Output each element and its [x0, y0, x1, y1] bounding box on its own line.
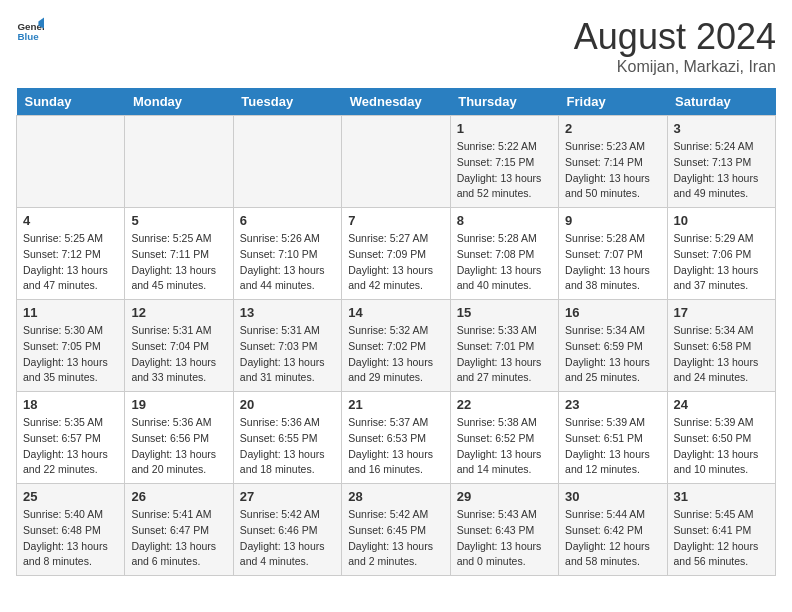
day-info: Sunrise: 5:41 AM Sunset: 6:47 PM Dayligh…	[131, 507, 226, 570]
day-info: Sunrise: 5:42 AM Sunset: 6:45 PM Dayligh…	[348, 507, 443, 570]
calendar-cell: 31 Sunrise: 5:45 AM Sunset: 6:41 PM Dayl…	[667, 484, 775, 576]
calendar-cell: 21 Sunrise: 5:37 AM Sunset: 6:53 PM Dayl…	[342, 392, 450, 484]
day-number: 12	[131, 305, 226, 320]
day-number: 15	[457, 305, 552, 320]
day-number: 18	[23, 397, 118, 412]
day-info: Sunrise: 5:32 AM Sunset: 7:02 PM Dayligh…	[348, 323, 443, 386]
day-info: Sunrise: 5:42 AM Sunset: 6:46 PM Dayligh…	[240, 507, 335, 570]
day-info: Sunrise: 5:39 AM Sunset: 6:51 PM Dayligh…	[565, 415, 660, 478]
day-header-saturday: Saturday	[667, 88, 775, 116]
calendar-header-row: SundayMondayTuesdayWednesdayThursdayFrid…	[17, 88, 776, 116]
day-info: Sunrise: 5:28 AM Sunset: 7:07 PM Dayligh…	[565, 231, 660, 294]
calendar-cell: 18 Sunrise: 5:35 AM Sunset: 6:57 PM Dayl…	[17, 392, 125, 484]
day-info: Sunrise: 5:45 AM Sunset: 6:41 PM Dayligh…	[674, 507, 769, 570]
day-info: Sunrise: 5:44 AM Sunset: 6:42 PM Dayligh…	[565, 507, 660, 570]
calendar-cell: 10 Sunrise: 5:29 AM Sunset: 7:06 PM Dayl…	[667, 208, 775, 300]
day-info: Sunrise: 5:39 AM Sunset: 6:50 PM Dayligh…	[674, 415, 769, 478]
day-info: Sunrise: 5:43 AM Sunset: 6:43 PM Dayligh…	[457, 507, 552, 570]
calendar-cell: 4 Sunrise: 5:25 AM Sunset: 7:12 PM Dayli…	[17, 208, 125, 300]
calendar-cell	[342, 116, 450, 208]
calendar-cell: 14 Sunrise: 5:32 AM Sunset: 7:02 PM Dayl…	[342, 300, 450, 392]
day-info: Sunrise: 5:34 AM Sunset: 6:58 PM Dayligh…	[674, 323, 769, 386]
day-number: 6	[240, 213, 335, 228]
day-number: 10	[674, 213, 769, 228]
day-number: 21	[348, 397, 443, 412]
day-info: Sunrise: 5:31 AM Sunset: 7:03 PM Dayligh…	[240, 323, 335, 386]
day-number: 22	[457, 397, 552, 412]
day-header-monday: Monday	[125, 88, 233, 116]
calendar-cell: 13 Sunrise: 5:31 AM Sunset: 7:03 PM Dayl…	[233, 300, 341, 392]
calendar-cell: 3 Sunrise: 5:24 AM Sunset: 7:13 PM Dayli…	[667, 116, 775, 208]
calendar-table: SundayMondayTuesdayWednesdayThursdayFrid…	[16, 88, 776, 576]
day-number: 1	[457, 121, 552, 136]
calendar-cell: 22 Sunrise: 5:38 AM Sunset: 6:52 PM Dayl…	[450, 392, 558, 484]
day-number: 28	[348, 489, 443, 504]
calendar-cell: 1 Sunrise: 5:22 AM Sunset: 7:15 PM Dayli…	[450, 116, 558, 208]
calendar-week-row: 18 Sunrise: 5:35 AM Sunset: 6:57 PM Dayl…	[17, 392, 776, 484]
day-info: Sunrise: 5:27 AM Sunset: 7:09 PM Dayligh…	[348, 231, 443, 294]
calendar-title: August 2024	[574, 16, 776, 58]
calendar-cell: 29 Sunrise: 5:43 AM Sunset: 6:43 PM Dayl…	[450, 484, 558, 576]
day-info: Sunrise: 5:35 AM Sunset: 6:57 PM Dayligh…	[23, 415, 118, 478]
logo: General Blue	[16, 16, 44, 44]
calendar-cell: 23 Sunrise: 5:39 AM Sunset: 6:51 PM Dayl…	[559, 392, 667, 484]
calendar-cell: 20 Sunrise: 5:36 AM Sunset: 6:55 PM Dayl…	[233, 392, 341, 484]
calendar-cell: 25 Sunrise: 5:40 AM Sunset: 6:48 PM Dayl…	[17, 484, 125, 576]
day-number: 3	[674, 121, 769, 136]
day-info: Sunrise: 5:26 AM Sunset: 7:10 PM Dayligh…	[240, 231, 335, 294]
day-number: 2	[565, 121, 660, 136]
day-info: Sunrise: 5:34 AM Sunset: 6:59 PM Dayligh…	[565, 323, 660, 386]
logo-icon: General Blue	[16, 16, 44, 44]
day-number: 30	[565, 489, 660, 504]
calendar-cell	[233, 116, 341, 208]
calendar-cell: 17 Sunrise: 5:34 AM Sunset: 6:58 PM Dayl…	[667, 300, 775, 392]
day-number: 16	[565, 305, 660, 320]
day-number: 13	[240, 305, 335, 320]
day-number: 8	[457, 213, 552, 228]
calendar-week-row: 4 Sunrise: 5:25 AM Sunset: 7:12 PM Dayli…	[17, 208, 776, 300]
calendar-cell	[17, 116, 125, 208]
day-info: Sunrise: 5:36 AM Sunset: 6:55 PM Dayligh…	[240, 415, 335, 478]
day-info: Sunrise: 5:25 AM Sunset: 7:11 PM Dayligh…	[131, 231, 226, 294]
day-number: 7	[348, 213, 443, 228]
calendar-cell: 11 Sunrise: 5:30 AM Sunset: 7:05 PM Dayl…	[17, 300, 125, 392]
calendar-subtitle: Komijan, Markazi, Iran	[574, 58, 776, 76]
calendar-cell: 28 Sunrise: 5:42 AM Sunset: 6:45 PM Dayl…	[342, 484, 450, 576]
svg-text:Blue: Blue	[17, 31, 39, 42]
day-info: Sunrise: 5:24 AM Sunset: 7:13 PM Dayligh…	[674, 139, 769, 202]
day-info: Sunrise: 5:29 AM Sunset: 7:06 PM Dayligh…	[674, 231, 769, 294]
calendar-cell: 7 Sunrise: 5:27 AM Sunset: 7:09 PM Dayli…	[342, 208, 450, 300]
calendar-cell: 9 Sunrise: 5:28 AM Sunset: 7:07 PM Dayli…	[559, 208, 667, 300]
day-info: Sunrise: 5:22 AM Sunset: 7:15 PM Dayligh…	[457, 139, 552, 202]
calendar-week-row: 11 Sunrise: 5:30 AM Sunset: 7:05 PM Dayl…	[17, 300, 776, 392]
calendar-week-row: 1 Sunrise: 5:22 AM Sunset: 7:15 PM Dayli…	[17, 116, 776, 208]
day-number: 5	[131, 213, 226, 228]
calendar-cell: 12 Sunrise: 5:31 AM Sunset: 7:04 PM Dayl…	[125, 300, 233, 392]
day-info: Sunrise: 5:40 AM Sunset: 6:48 PM Dayligh…	[23, 507, 118, 570]
day-number: 23	[565, 397, 660, 412]
day-number: 31	[674, 489, 769, 504]
calendar-cell: 16 Sunrise: 5:34 AM Sunset: 6:59 PM Dayl…	[559, 300, 667, 392]
calendar-cell: 8 Sunrise: 5:28 AM Sunset: 7:08 PM Dayli…	[450, 208, 558, 300]
day-number: 24	[674, 397, 769, 412]
calendar-cell: 5 Sunrise: 5:25 AM Sunset: 7:11 PM Dayli…	[125, 208, 233, 300]
calendar-cell: 19 Sunrise: 5:36 AM Sunset: 6:56 PM Dayl…	[125, 392, 233, 484]
calendar-cell: 6 Sunrise: 5:26 AM Sunset: 7:10 PM Dayli…	[233, 208, 341, 300]
day-number: 27	[240, 489, 335, 504]
calendar-cell: 30 Sunrise: 5:44 AM Sunset: 6:42 PM Dayl…	[559, 484, 667, 576]
day-header-friday: Friday	[559, 88, 667, 116]
day-header-thursday: Thursday	[450, 88, 558, 116]
day-info: Sunrise: 5:31 AM Sunset: 7:04 PM Dayligh…	[131, 323, 226, 386]
day-info: Sunrise: 5:38 AM Sunset: 6:52 PM Dayligh…	[457, 415, 552, 478]
day-number: 25	[23, 489, 118, 504]
day-info: Sunrise: 5:30 AM Sunset: 7:05 PM Dayligh…	[23, 323, 118, 386]
day-number: 19	[131, 397, 226, 412]
calendar-cell: 26 Sunrise: 5:41 AM Sunset: 6:47 PM Dayl…	[125, 484, 233, 576]
calendar-cell: 27 Sunrise: 5:42 AM Sunset: 6:46 PM Dayl…	[233, 484, 341, 576]
day-number: 14	[348, 305, 443, 320]
day-info: Sunrise: 5:28 AM Sunset: 7:08 PM Dayligh…	[457, 231, 552, 294]
page-header: General Blue August 2024 Komijan, Markaz…	[16, 16, 776, 76]
day-number: 20	[240, 397, 335, 412]
calendar-cell	[125, 116, 233, 208]
day-info: Sunrise: 5:23 AM Sunset: 7:14 PM Dayligh…	[565, 139, 660, 202]
